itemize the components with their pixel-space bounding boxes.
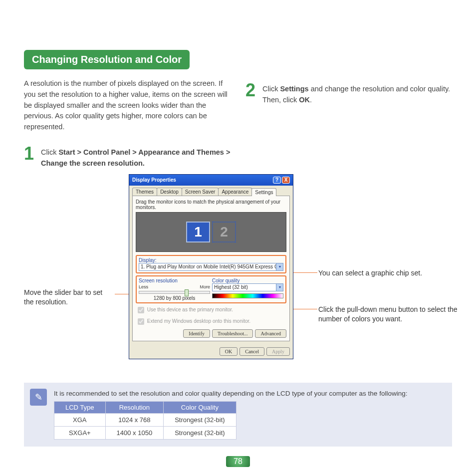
- note-icon: ✎: [30, 389, 47, 406]
- close-icon[interactable]: X: [282, 177, 290, 184]
- lcd-table: LCD Type Resolution Color Quality XGA 10…: [54, 401, 237, 440]
- tab-settings[interactable]: Settings: [251, 188, 276, 196]
- step-2-text: Click Settings and change the resolution…: [262, 82, 452, 106]
- resolution-label: Screen resolution: [139, 278, 210, 283]
- table-header: Color Quality: [164, 401, 236, 413]
- apply-button[interactable]: Apply: [266, 347, 290, 356]
- info-box: ✎ It is recommended to set the resolutio…: [24, 383, 452, 447]
- step-1-text: Click Start > Control Panel > Appearance…: [41, 146, 231, 169]
- primary-monitor-checkbox: Use this device as the primary monitor.: [136, 305, 286, 315]
- step-1-number: 1: [24, 146, 38, 169]
- arrange-instruction: Drag the monitor icons to match the phys…: [136, 199, 286, 210]
- tab-desktop[interactable]: Desktop: [157, 188, 182, 196]
- display-label: Display:: [139, 257, 283, 263]
- table-header: LCD Type: [54, 401, 106, 413]
- tab-appearance[interactable]: Appearance: [218, 188, 252, 196]
- color-spectrum: [212, 293, 283, 298]
- table-row: XGA 1024 x 768 Strongest (32-bit): [54, 413, 237, 426]
- dialog-title: Display Properties: [132, 177, 176, 183]
- resolution-value: 1280 by 800 pixels: [139, 295, 210, 301]
- resolution-slider[interactable]: [139, 291, 210, 294]
- slider-thumb[interactable]: [185, 289, 189, 296]
- slider-more: More: [200, 284, 210, 289]
- identify-button[interactable]: Identify: [183, 329, 210, 338]
- color-quality-dropdown[interactable]: Highest (32 bit) ▾: [212, 283, 283, 291]
- table-row: SXGA+ 1400 x 1050 Strongest (32-bit): [54, 426, 237, 439]
- tab-strip: Themes Desktop Screen Saver Appearance S…: [129, 186, 293, 196]
- intro-text: A resolution is the number of pixels dis…: [24, 78, 231, 133]
- callout-chipset: You can select a graphic chip set.: [318, 269, 422, 277]
- display-properties-dialog: Display Properties ? X Themes Desktop Sc…: [129, 174, 293, 359]
- step-2-number: 2: [245, 82, 259, 106]
- extend-desktop-checkbox: Extend my Windows desktop onto this moni…: [136, 317, 286, 326]
- monitor-arrangement[interactable]: 1 2: [136, 212, 286, 252]
- monitor-1[interactable]: 1: [186, 222, 210, 242]
- callout-colors: Click the pull-down menu button to selec…: [318, 305, 458, 324]
- chevron-down-icon[interactable]: ▾: [276, 284, 283, 291]
- tab-screensaver[interactable]: Screen Saver: [182, 188, 219, 196]
- cancel-button[interactable]: Cancel: [239, 347, 264, 356]
- section-heading: Changing Resolution and Color: [24, 50, 190, 69]
- info-text: It is recommended to set the resolution …: [54, 390, 445, 397]
- color-quality-label: Color quality: [212, 278, 283, 283]
- troubleshoot-button[interactable]: Troubleshoot...: [212, 329, 253, 338]
- page-number: 78: [226, 456, 250, 467]
- monitor-2[interactable]: 2: [212, 222, 236, 242]
- advanced-button[interactable]: Advanced: [255, 329, 286, 338]
- tab-themes[interactable]: Themes: [132, 188, 157, 196]
- display-dropdown[interactable]: 1. Plug and Play Monitor on Mobile Intel…: [139, 263, 283, 271]
- ok-button[interactable]: OK: [220, 347, 238, 356]
- slider-less: Less: [139, 284, 148, 289]
- chevron-down-icon[interactable]: ▾: [276, 263, 283, 270]
- table-header: Resolution: [105, 401, 164, 413]
- help-icon[interactable]: ?: [273, 177, 281, 184]
- callout-slider: Move the slider bar to set the resolutio…: [24, 288, 114, 307]
